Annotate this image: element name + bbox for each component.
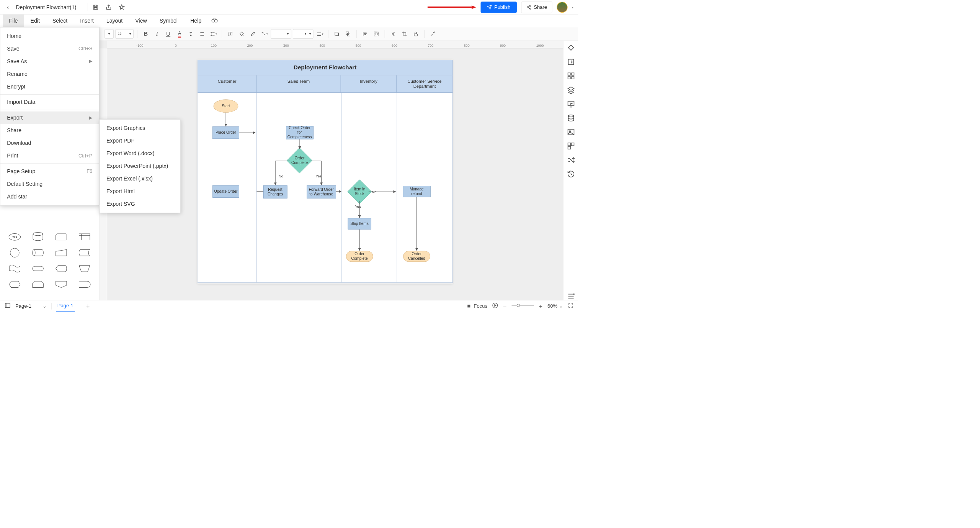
shape-cylinder-h[interactable] xyxy=(28,246,48,259)
shape-circle[interactable] xyxy=(5,246,25,259)
font-dropdown[interactable]: ▾ xyxy=(105,29,114,39)
zoom-in-button[interactable]: + xyxy=(539,302,542,309)
menu-item-default[interactable]: Default Setting xyxy=(0,178,99,190)
add-page-button[interactable]: + xyxy=(86,302,90,310)
menu-select[interactable]: Select xyxy=(46,14,74,27)
menu-item-encrypt[interactable]: Encrypt xyxy=(0,80,99,93)
shape-internal-storage[interactable] xyxy=(75,231,95,243)
page-selector[interactable]: Page-1⌄ xyxy=(15,303,47,309)
underline-button[interactable]: U xyxy=(163,29,173,39)
layers-icon[interactable] xyxy=(567,86,575,94)
shape-loop-limit[interactable] xyxy=(28,278,48,291)
shape-offpage[interactable] xyxy=(51,278,72,291)
user-avatar[interactable] xyxy=(557,2,567,12)
export-powerpoint[interactable]: Export PowerPoint (.pptx) xyxy=(100,160,180,172)
shadow-button[interactable] xyxy=(332,29,341,39)
node-place-order[interactable]: Place Order xyxy=(212,126,239,139)
menu-item-save[interactable]: SaveCtrl+S xyxy=(0,42,99,55)
node-ship[interactable]: Ship Items xyxy=(348,218,371,230)
arrow-style-dropdown[interactable]: ▾ xyxy=(293,29,313,39)
export-pdf[interactable]: Export PDF xyxy=(100,134,180,147)
menu-item-import[interactable]: Import Data xyxy=(0,96,99,108)
document-title[interactable]: Deployment Flowchart(1) xyxy=(16,4,76,10)
page-tab[interactable]: Page-1 xyxy=(56,300,75,312)
star-icon[interactable] xyxy=(119,4,125,10)
menu-item-print[interactable]: PrintCtrl+P xyxy=(0,149,99,162)
flowchart-title[interactable]: Deployment Flowchart xyxy=(198,60,453,75)
zoom-level[interactable]: 60% ⌄ xyxy=(547,303,563,309)
presentation-icon[interactable] xyxy=(567,100,575,108)
lock-button[interactable] xyxy=(411,29,421,39)
export-word[interactable]: Export Word (.docx) xyxy=(100,147,180,160)
fullscreen-button[interactable] xyxy=(568,302,573,310)
crop-button[interactable] xyxy=(400,29,409,39)
shape-card[interactable] xyxy=(51,231,72,243)
page-canvas[interactable]: Deployment Flowchart Customer Sales Team… xyxy=(198,60,453,284)
image-icon[interactable] xyxy=(567,128,575,136)
back-button[interactable]: ‹ xyxy=(5,4,11,11)
shape-delay[interactable] xyxy=(75,278,95,291)
database-icon[interactable] xyxy=(567,114,575,122)
text-style-button[interactable] xyxy=(186,29,196,39)
menu-help[interactable]: Help xyxy=(184,14,208,27)
line-style-dropdown[interactable]: ▾ xyxy=(271,29,291,39)
menu-symbol[interactable]: Symbol xyxy=(153,14,184,27)
node-update-order[interactable]: Update Order xyxy=(212,185,239,198)
zoom-out-button[interactable]: − xyxy=(503,302,506,309)
shape-display[interactable] xyxy=(51,262,72,275)
play-button[interactable] xyxy=(492,302,498,310)
lane-header-customer[interactable]: Customer xyxy=(198,75,256,92)
save-icon[interactable] xyxy=(92,4,99,10)
node-cancelled[interactable]: Order Cancelled xyxy=(403,251,430,262)
menu-item-home[interactable]: Home xyxy=(0,30,99,42)
export-html[interactable]: Export Html xyxy=(100,185,180,198)
share-export-icon[interactable] xyxy=(106,4,112,10)
align-left-button[interactable] xyxy=(360,29,370,39)
brush-button[interactable] xyxy=(248,29,258,39)
zoom-slider[interactable] xyxy=(511,303,534,309)
connector-button[interactable]: ▾ xyxy=(260,29,269,39)
publish-button[interactable]: Publish xyxy=(481,2,517,13)
focus-toggle[interactable]: Focus xyxy=(466,303,487,309)
menu-item-page-setup[interactable]: Page SetupF6 xyxy=(0,165,99,178)
lane-header-inventory[interactable]: Inventory xyxy=(341,75,397,92)
menu-item-share[interactable]: Share xyxy=(0,124,99,137)
bold-button[interactable]: B xyxy=(141,29,150,39)
menu-insert[interactable]: Insert xyxy=(74,14,100,27)
panel-toggle-icon[interactable] xyxy=(5,302,11,310)
effects-button[interactable] xyxy=(389,29,398,39)
font-size-dropdown[interactable]: 12▾ xyxy=(115,29,133,39)
line-weight-button[interactable]: ▾ xyxy=(315,29,325,39)
menu-item-rename[interactable]: Rename xyxy=(0,67,99,80)
text-box-button[interactable]: T xyxy=(225,29,235,39)
menu-view[interactable]: View xyxy=(129,14,153,27)
shuffle-icon[interactable] xyxy=(567,156,575,164)
italic-button[interactable]: I xyxy=(152,29,162,39)
group-button[interactable] xyxy=(372,29,381,39)
node-complete[interactable]: Order Complete xyxy=(346,251,373,262)
lane-header-sales[interactable]: Sales Team xyxy=(257,75,341,92)
node-order-complete[interactable]: Order Complete xyxy=(287,148,312,174)
spacing-button[interactable]: ▾ xyxy=(209,29,218,39)
layer-button[interactable] xyxy=(343,29,353,39)
history-icon[interactable] xyxy=(567,170,575,178)
node-request-changes[interactable]: Request Changes xyxy=(263,185,287,198)
grid-icon[interactable] xyxy=(567,72,575,80)
export-graphics[interactable]: Export Graphics xyxy=(100,122,180,134)
shape-yes-oval[interactable]: Yes xyxy=(5,231,25,243)
tools-button[interactable] xyxy=(428,29,438,39)
menu-layout[interactable]: Layout xyxy=(100,14,129,27)
menu-item-export[interactable]: Export▶ xyxy=(0,112,99,124)
align-button[interactable] xyxy=(198,29,207,39)
shape-hexagon[interactable] xyxy=(5,278,25,291)
menu-item-save-as[interactable]: Save As▶ xyxy=(0,55,99,67)
shape-terminator[interactable] xyxy=(28,262,48,275)
dropdown-caret-icon[interactable]: ▾ xyxy=(572,5,573,9)
menu-item-download[interactable]: Download xyxy=(0,137,99,149)
export-excel[interactable]: Export Excel (.xlsx) xyxy=(100,172,180,185)
shape-stored-data[interactable] xyxy=(75,246,95,259)
export-settings-icon[interactable] xyxy=(567,58,575,66)
menu-file[interactable]: File xyxy=(3,14,24,27)
components-icon[interactable] xyxy=(567,142,575,150)
binoculars-icon[interactable] xyxy=(211,16,218,25)
